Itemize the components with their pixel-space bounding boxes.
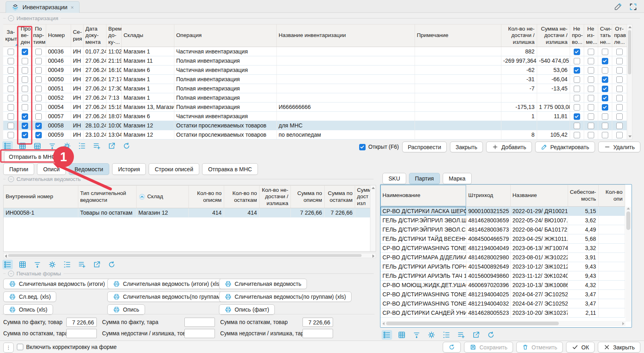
sku-tab-марка[interactable]: Марка [443, 173, 472, 184]
checkbox-unchecked[interactable] [35, 58, 42, 64]
sku-row[interactable]: СР-ВО Д/СТИР.WASHING TONE У...4812194004… [380, 290, 625, 299]
column-header[interactable]: Примечание [415, 25, 501, 47]
checkbox-unchecked[interactable] [602, 113, 608, 120]
open-external-icon[interactable] [106, 141, 117, 151]
kebab-menu-button[interactable]: ⋮ [3, 343, 14, 353]
checkbox-unchecked[interactable] [8, 76, 14, 83]
sku-row[interactable]: СР-ВО Д/СТИР.МАРА Д/ДЕЛИКАТ...4814628002… [380, 253, 625, 262]
detail-tab-описи[interactable]: Описи [37, 163, 65, 175]
checkbox-unchecked[interactable] [8, 123, 14, 129]
vedomost-vscrollbar[interactable] [370, 185, 376, 251]
grid-view-icon[interactable] [17, 141, 28, 151]
refresh-button[interactable] [443, 342, 461, 353]
checkbox-checked[interactable] [602, 95, 608, 101]
редактировать-button[interactable]: Редактировать [535, 142, 595, 152]
print-button[interactable]: Опись [107, 304, 145, 315]
column-header[interactable]: От- прав ле... [612, 25, 627, 47]
checkbox-unchecked[interactable] [574, 76, 580, 83]
checkbox-checked[interactable] [22, 132, 28, 138]
numbered-list-icon[interactable] [441, 330, 452, 340]
checkbox-unchecked[interactable] [8, 113, 14, 120]
checkbox-unchecked[interactable] [8, 104, 14, 111]
grid-view-icon[interactable] [17, 260, 28, 269]
total-value-field[interactable] [184, 318, 215, 327]
print-button[interactable]: Сличительная ведомость(по группам) [107, 291, 228, 302]
checkbox-unchecked[interactable] [588, 132, 594, 138]
grid-view-icon[interactable] [397, 330, 407, 340]
checkbox-unchecked[interactable] [8, 58, 14, 64]
checkbox-unchecked[interactable] [35, 95, 42, 101]
sku-row[interactable]: СР-ВО Д/СТИРКИ ЛАСКА ШЕРСТ...90001003215… [380, 207, 625, 216]
удалить-button[interactable]: Удалить [598, 142, 640, 152]
refresh-icon[interactable] [486, 330, 496, 340]
column-header[interactable]: Штрихкод [466, 185, 510, 207]
column-header[interactable]: Название [510, 185, 568, 207]
checkbox-unchecked[interactable] [8, 86, 14, 92]
checkbox-unchecked[interactable] [8, 49, 14, 55]
open-external-icon[interactable] [471, 330, 481, 340]
inventory-table-vscrollbar[interactable] [627, 24, 632, 140]
checkbox-unchecked[interactable] [22, 76, 28, 83]
list-view-icon[interactable] [2, 141, 13, 151]
add-list-icon[interactable] [456, 330, 466, 340]
checkbox-unchecked[interactable] [574, 123, 580, 129]
checkbox-checked[interactable] [602, 104, 608, 111]
checkbox-unchecked[interactable] [588, 86, 594, 92]
checkbox-unchecked[interactable] [616, 113, 623, 120]
collapse-icon[interactable]: − [8, 176, 14, 182]
checkbox-unchecked[interactable] [616, 58, 623, 64]
column-header[interactable]: Дата доку- мента [83, 25, 106, 47]
filter-icon[interactable] [411, 330, 422, 340]
sort-ascending-icon[interactable] [139, 193, 145, 200]
checkbox-unchecked[interactable] [22, 104, 28, 111]
column-header[interactable]: Сумма по остаткам [324, 186, 355, 208]
column-header[interactable]: Операция [174, 25, 276, 47]
checkbox-unchecked[interactable] [22, 86, 28, 92]
checkbox-unchecked[interactable] [602, 49, 608, 55]
inventory-row[interactable]: 00059ИН23.10.2413:04Магазин 12Остатки пр… [3, 130, 627, 140]
gear-icon[interactable] [426, 330, 437, 340]
total-value-field[interactable]: 7 226,66 [303, 318, 333, 327]
collapse-icon[interactable]: − [8, 271, 14, 277]
column-header[interactable]: Кол-во по остаткам [224, 186, 259, 208]
checkbox-unchecked[interactable] [616, 95, 623, 101]
column-header[interactable]: Тип сличительной ведомости [78, 186, 136, 208]
checkbox-unchecked[interactable] [588, 123, 594, 129]
detail-tab-ведомости[interactable]: Ведомости [69, 163, 109, 175]
checkbox-unchecked[interactable] [574, 132, 580, 138]
ок-button[interactable]: ОК [566, 342, 595, 353]
column-header[interactable]: Сумма по описям [290, 186, 324, 208]
hscroll-thumb[interactable] [8, 254, 362, 257]
column-header[interactable]: Сумм дост изл [355, 186, 370, 208]
checkbox-unchecked[interactable] [616, 132, 623, 138]
checkbox-unchecked[interactable] [616, 76, 623, 83]
sku-row[interactable]: СР-ВО Д/СТИРКИ САНДЕЙ УНИВ....4814628005… [380, 308, 625, 318]
sku-hscrollbar[interactable] [381, 321, 626, 326]
column-header[interactable]: Наименование [380, 185, 466, 207]
закрыть-button[interactable]: Закрыть [450, 142, 483, 152]
column-header[interactable]: Про- ве- ден [18, 25, 31, 47]
sku-row[interactable]: СР-ВО Д/СТИР.WASHING TONE Я...4812194004… [380, 299, 625, 308]
column-header[interactable]: За- крыт [3, 25, 18, 47]
checkbox-unchecked[interactable] [588, 113, 594, 120]
column-header[interactable]: Название инвентаризации [276, 25, 415, 47]
checkbox-checked[interactable] [22, 123, 28, 129]
column-header[interactable]: Не про- во... [570, 25, 584, 47]
collapse-icon[interactable]: − [8, 15, 14, 21]
sku-row[interactable]: СР-ВО МОЮЩ.ЖИДК.ДЕТ.УШАСТ...460069702039… [380, 281, 625, 290]
column-header[interactable]: Кол-во по описям [188, 186, 224, 208]
inventory-row[interactable]: 00050ИН27.06.2417:17Магазин 1Полная инве… [3, 75, 627, 84]
column-header[interactable]: Кол-во опи [598, 185, 625, 207]
inventory-row[interactable]: 00051ИН27.06.2417:30Магазин 1Полная инве… [3, 84, 627, 93]
total-value-field[interactable]: 7 226,66 [66, 318, 97, 327]
detail-tab-отправка-в-мнс[interactable]: Отправка в МНС [202, 163, 258, 175]
edit-pencil-icon[interactable] [613, 2, 622, 12]
checkbox-unchecked[interactable] [22, 95, 28, 101]
add-list-icon[interactable] [92, 141, 102, 151]
print-button[interactable]: Опись (xls) [3, 304, 53, 315]
checkbox-unchecked[interactable] [35, 86, 42, 92]
print-button[interactable]: Сличительная ведомость (итоги) (xls) [107, 279, 227, 289]
sku-row[interactable]: ГЕЛЬ Д/СТИРКИ АРИЭЛЬ ТАЧ 15*...401560094… [380, 271, 625, 281]
checkbox-unchecked[interactable] [22, 58, 28, 64]
hscroll-thumb[interactable] [386, 322, 559, 325]
